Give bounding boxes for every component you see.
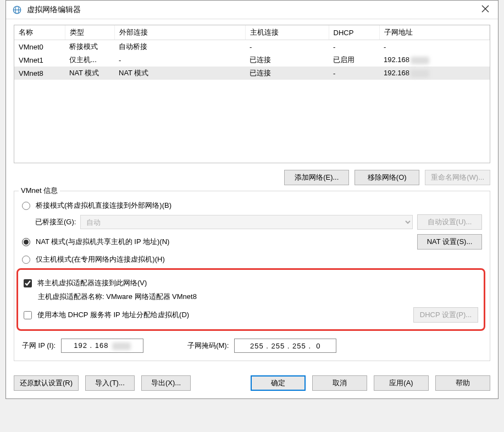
dhcp-settings-button: DHCP 设置(P)... [413,307,478,323]
blurred-ip [411,70,429,77]
nat-settings-button[interactable]: NAT 设置(S)... [417,234,482,250]
table-cell: VMnet0 [14,40,65,54]
window-title: 虚拟网络编辑器 [27,5,478,15]
subnet-mask-label: 子网掩码(M): [187,341,229,351]
add-network-button[interactable]: 添加网络(E)... [284,170,349,185]
table-cell: - [114,53,245,67]
table-cell: 已启用 [329,53,379,67]
table-row[interactable]: VMnet1仅主机...-已连接已启用192.168 [14,53,490,67]
network-table[interactable]: 名称类型外部连接主机连接DHCP子网地址 VMnet0桥接模式自动桥接---VM… [14,25,490,163]
column-header[interactable]: 子网地址 [379,25,490,40]
remove-network-button[interactable]: 移除网络(O) [355,170,419,185]
table-cell: - [329,40,379,54]
rename-network-button: 重命名网络(W)... [425,170,490,185]
table-cell: NAT 模式 [114,67,245,80]
bridge-mode-label: 桥接模式(将虚拟机直接连接到外部网络)(B) [36,201,171,211]
table-cell: - [245,40,329,54]
restore-defaults-button[interactable]: 还原默认设置(R) [14,375,79,391]
table-cell: 自动桥接 [114,40,245,54]
table-cell: VMnet1 [14,53,65,67]
titlebar: 虚拟网络编辑器 [6,1,498,19]
connect-adapter-label: 将主机虚拟适配器连接到此网络(V) [37,278,147,288]
auto-settings-button: 自动设置(U)... [417,214,482,230]
column-header[interactable]: 类型 [65,25,114,40]
hostonly-mode-radio[interactable] [22,256,30,264]
cancel-button[interactable]: 取消 [312,375,367,391]
table-row[interactable]: VMnet8NAT 模式NAT 模式已连接-192.168 [14,67,490,80]
nat-mode-radio[interactable] [22,238,30,246]
subnet-ip-label: 子网 IP (I): [22,341,56,351]
table-cell: 已连接 [245,53,329,67]
bridged-to-label: 已桥接至(G): [35,217,76,227]
highlight-box: 将主机虚拟适配器连接到此网络(V) 主机虚拟适配器名称: VMware 网络适配… [16,268,485,331]
connect-adapter-checkbox[interactable] [24,279,32,287]
subnet-ip-value: 192 . 168 [74,341,108,350]
fieldset-legend: VMnet 信息 [19,186,60,196]
dhcp-checkbox[interactable] [24,311,32,319]
table-cell: 192.168 [379,67,490,80]
ok-button[interactable]: 确定 [251,375,306,391]
help-button[interactable]: 帮助 [435,375,490,391]
footer-buttons: 还原默认设置(R) 导入(T)... 导出(X)... 确定 取消 应用(A) … [6,369,498,398]
blurred-ip [411,57,429,64]
table-row[interactable]: VMnet0桥接模式自动桥接--- [14,40,490,54]
adapter-name-text: 主机虚拟适配器名称: VMware 网络适配器 VMnet8 [38,292,478,302]
table-cell: NAT 模式 [65,67,114,80]
export-button[interactable]: 导出(X)... [141,375,191,391]
table-cell: VMnet8 [14,67,65,80]
import-button[interactable]: 导入(T)... [85,375,135,391]
column-header[interactable]: 外部连接 [114,25,245,40]
blurred-ip [112,342,131,350]
hostonly-mode-label: 仅主机模式(在专用网络内连接虚拟机)(H) [36,254,165,264]
table-cell: - [379,40,490,54]
table-cell: 仅主机... [65,53,114,67]
column-header[interactable]: 主机连接 [245,25,329,40]
bridged-to-select: 自动 [80,215,413,229]
table-cell: 192.168 [379,53,490,67]
table-cell: 已连接 [245,67,329,80]
dhcp-label: 使用本地 DHCP 服务将 IP 地址分配给虚拟机(D) [37,310,189,320]
virtual-network-editor-window: 虚拟网络编辑器 名称类型外部连接主机连接DHCP子网地址 VMnet0桥接模式自… [5,0,499,399]
column-header[interactable]: 名称 [14,25,65,40]
network-globe-icon [12,4,23,15]
subnet-ip-input[interactable]: 192 . 168 [61,339,143,353]
vmnet-info-fieldset: VMnet 信息 桥接模式(将虚拟机直接连接到外部网络)(B) 已桥接至(G):… [14,191,490,361]
close-icon[interactable] [478,4,492,15]
table-cell: - [329,67,379,80]
column-header[interactable]: DHCP [329,25,379,40]
bridge-mode-radio[interactable] [22,202,30,210]
table-cell: 桥接模式 [65,40,114,54]
nat-mode-label: NAT 模式(与虚拟机共享主机的 IP 地址)(N) [36,237,169,247]
subnet-mask-input[interactable] [234,339,336,353]
apply-button[interactable]: 应用(A) [374,375,429,391]
